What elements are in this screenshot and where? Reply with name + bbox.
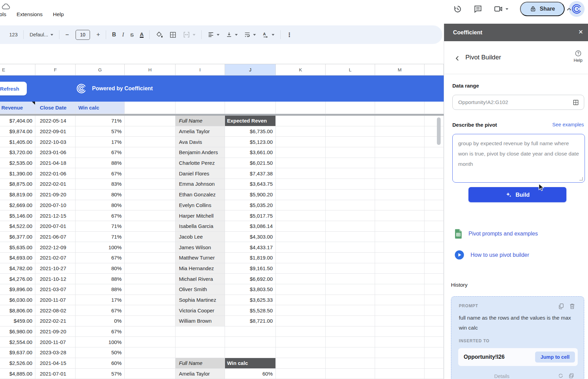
cell[interactable]: $9,874.00	[0, 126, 35, 137]
cell[interactable]: Expected Reven	[225, 116, 276, 126]
more-options-icon[interactable]: ⋮	[286, 31, 292, 38]
cell[interactable]	[125, 326, 176, 337]
cell[interactable]	[326, 116, 375, 126]
cell[interactable]	[125, 168, 176, 179]
cell[interactable]	[425, 274, 444, 284]
cell[interactable]	[326, 347, 375, 358]
cell[interactable]: 2021-09-20	[35, 190, 76, 200]
cell[interactable]	[276, 190, 326, 200]
cell[interactable]: 88%	[76, 284, 125, 295]
cell[interactable]	[326, 158, 375, 169]
cell[interactable]: 2021-03-07	[35, 284, 76, 295]
merge-cells-icon[interactable]	[183, 31, 195, 38]
cell[interactable]: $8,819.00	[0, 190, 35, 200]
cell[interactable]	[375, 263, 425, 274]
refresh-button[interactable]: Refresh	[0, 82, 27, 95]
cell[interactable]	[425, 337, 444, 347]
header-cell-empty[interactable]	[425, 102, 444, 114]
cell[interactable]: 2021-04-18	[35, 158, 76, 169]
column-header-E[interactable]: E	[0, 64, 35, 75]
number-format-button[interactable]: 123	[9, 32, 18, 37]
font-size-input[interactable]: 10	[76, 30, 90, 40]
cell[interactable]: $7,437.38	[225, 168, 276, 179]
cell[interactable]	[425, 284, 444, 295]
bold-button[interactable]: B	[112, 32, 116, 38]
cell[interactable]	[425, 358, 444, 369]
cell[interactable]	[276, 158, 326, 169]
text-color-button[interactable]: A	[140, 32, 144, 38]
cell[interactable]	[326, 305, 375, 316]
cell[interactable]	[375, 158, 425, 169]
cell[interactable]	[425, 263, 444, 274]
cell[interactable]: 2021-07-01	[35, 369, 76, 379]
cell[interactable]	[125, 126, 176, 137]
cell[interactable]	[425, 253, 444, 263]
cell[interactable]	[125, 305, 176, 316]
cell[interactable]	[375, 210, 425, 221]
cell[interactable]	[425, 116, 444, 126]
build-button[interactable]: Build	[468, 187, 566, 202]
cell[interactable]	[375, 305, 425, 316]
cell[interactable]	[425, 242, 444, 253]
cell[interactable]	[276, 147, 326, 158]
strikethrough-button[interactable]: S	[130, 32, 134, 38]
cell[interactable]: Amelia Taylor	[176, 126, 225, 137]
cell[interactable]	[375, 284, 425, 295]
column-header-M[interactable]: M	[375, 64, 425, 75]
how-to-use-link[interactable]: How to use pivot builder	[454, 250, 529, 260]
cell[interactable]	[425, 369, 444, 379]
cell[interactable]: 80%	[76, 263, 125, 274]
cell[interactable]	[125, 210, 176, 221]
cell[interactable]	[276, 116, 326, 126]
cell[interactable]: 2022-08-02	[35, 305, 76, 316]
cell[interactable]	[125, 137, 176, 147]
cell[interactable]: $3,803.50	[225, 284, 276, 295]
cell[interactable]: 60%	[225, 369, 276, 379]
cell[interactable]: Oliver Smith	[176, 284, 225, 295]
cell[interactable]	[276, 221, 326, 232]
pivot-prompts-link[interactable]: Pivot prompts and examples	[454, 229, 538, 239]
cell[interactable]	[375, 232, 425, 242]
cell[interactable]: 2022-09-01	[35, 126, 76, 137]
cell[interactable]: Benjamin Anders	[176, 147, 225, 158]
refresh-small-icon[interactable]	[558, 373, 564, 379]
cell[interactable]	[326, 200, 375, 211]
comment-icon[interactable]	[473, 4, 483, 14]
cell[interactable]	[425, 200, 444, 211]
cell[interactable]	[326, 190, 375, 200]
cell[interactable]: 80%	[76, 190, 125, 200]
column-header-L[interactable]: L	[326, 64, 375, 75]
italic-button[interactable]: I	[122, 32, 124, 38]
cell[interactable]	[276, 232, 326, 242]
cell[interactable]	[326, 232, 375, 242]
cell[interactable]	[276, 168, 326, 179]
cell[interactable]: 2022-10-03	[35, 137, 76, 147]
cell[interactable]: $6,377.00	[0, 232, 35, 242]
cell[interactable]	[326, 263, 375, 274]
cell[interactable]: 57%	[76, 126, 125, 137]
cell[interactable]	[176, 326, 225, 337]
cell[interactable]	[326, 242, 375, 253]
cell[interactable]	[276, 253, 326, 263]
cell[interactable]: $1,405.00	[0, 137, 35, 147]
cell[interactable]	[425, 137, 444, 147]
cell[interactable]	[125, 147, 176, 158]
cell[interactable]	[125, 295, 176, 306]
cell[interactable]: $3,086.14	[225, 221, 276, 232]
cell[interactable]: 50%	[76, 347, 125, 358]
cell[interactable]	[125, 232, 176, 242]
header-cell-empty[interactable]	[326, 102, 375, 114]
jump-to-cell-button[interactable]: Jump to cell	[535, 352, 575, 363]
cell[interactable]	[276, 274, 326, 284]
cell[interactable]: $8,875.00	[0, 179, 35, 190]
cell[interactable]	[375, 253, 425, 263]
cell[interactable]	[125, 116, 176, 126]
cell[interactable]	[326, 221, 375, 232]
cell[interactable]: 100%	[76, 242, 125, 253]
cell[interactable]	[125, 369, 176, 379]
cell[interactable]: 2021-10-12	[35, 274, 76, 284]
cell[interactable]: Jacob Lee	[176, 232, 225, 242]
cell[interactable]	[326, 316, 375, 326]
cell[interactable]	[125, 179, 176, 190]
cell[interactable]: 67%	[76, 326, 125, 337]
